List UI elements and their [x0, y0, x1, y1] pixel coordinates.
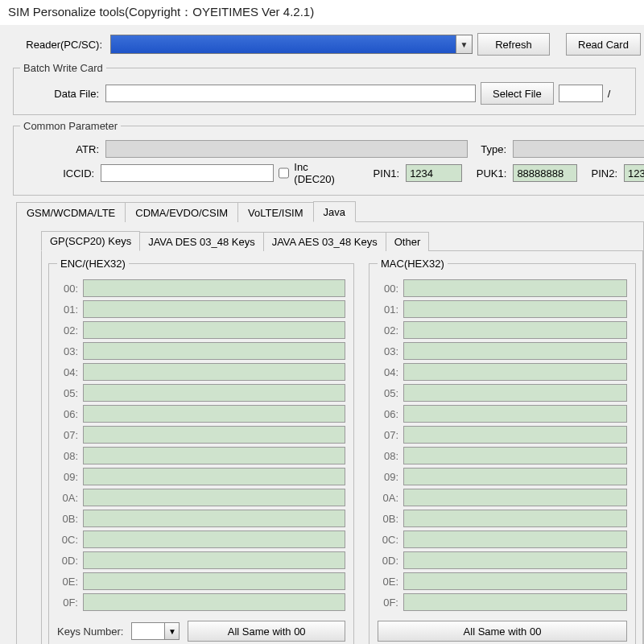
- inc-label: Inc (DEC20): [294, 161, 348, 185]
- sub-tab-java-aes-03-48-keys[interactable]: JAVA AES 03_48 Keys: [263, 232, 386, 251]
- enc-key-input-02[interactable]: [83, 321, 345, 339]
- mac-key-label: 0D:: [378, 555, 398, 567]
- keys-number-combo[interactable]: ▼: [131, 622, 180, 640]
- inc-checkbox[interactable]: [279, 167, 289, 179]
- enc-key-input-08[interactable]: [83, 447, 345, 464]
- enc-key-label: 00:: [57, 283, 78, 295]
- mac-key-input-0C[interactable]: [403, 530, 627, 548]
- enc-key-input-0A[interactable]: [83, 489, 345, 506]
- enc-key-input-03[interactable]: [83, 342, 345, 360]
- enc-key-label: 01:: [57, 303, 78, 316]
- keys-number-label: Keys Number:: [57, 625, 123, 638]
- enc-key-input-0D[interactable]: [83, 551, 345, 569]
- enc-key-row: 05:: [57, 384, 345, 402]
- enc-key-input-0B[interactable]: [83, 510, 345, 527]
- enc-group: ENC/(HEX32) 00:01:02:03:04:05:06:07:08:0…: [48, 258, 354, 644]
- read-card-button[interactable]: Read Card: [566, 33, 641, 56]
- main-tab-gsm-wcdma-lte[interactable]: GSM/WCDMA/LTE: [16, 202, 126, 222]
- mac-key-input-05[interactable]: [403, 384, 627, 402]
- enc-key-label: 0C:: [57, 534, 78, 546]
- mac-key-input-0F[interactable]: [403, 593, 627, 611]
- pin1-input[interactable]: [406, 164, 462, 182]
- enc-key-input-07[interactable]: [83, 426, 345, 444]
- mac-key-input-09[interactable]: [403, 468, 627, 485]
- mac-key-row: 01:: [378, 300, 627, 318]
- enc-footer: Keys Number: ▼ All Same with 00: [57, 621, 345, 642]
- main-tab-volte-isim[interactable]: VoLTE/ISIM: [237, 202, 313, 222]
- enc-key-row: 04:: [57, 363, 345, 381]
- enc-key-label: 04:: [57, 366, 78, 378]
- pin2-input[interactable]: [624, 164, 644, 182]
- enc-all-same-button[interactable]: All Same with 00: [188, 621, 345, 642]
- enc-key-input-09[interactable]: [83, 468, 345, 485]
- sub-tab-gp-scp20-keys[interactable]: GP(SCP20) Keys: [41, 231, 140, 251]
- sub-tab-java-des-03-48-keys[interactable]: JAVA DES 03_48 Keys: [139, 232, 263, 251]
- enc-key-row: 0C:: [57, 530, 345, 548]
- atr-label: ATR:: [20, 143, 101, 155]
- mac-key-input-0E[interactable]: [403, 572, 627, 590]
- enc-key-row: 08:: [57, 447, 345, 464]
- main-tab-java[interactable]: Java: [313, 201, 356, 222]
- mac-key-input-0A[interactable]: [403, 489, 627, 506]
- mac-key-label: 03:: [378, 345, 398, 357]
- mac-key-label: 07:: [378, 429, 398, 441]
- keys-number-input[interactable]: [132, 623, 164, 639]
- select-file-button[interactable]: Select File: [481, 82, 554, 105]
- main-tabstrip: GSM/WCDMA/LTECDMA/EVDO/CSIMVoLTE/ISIMJav…: [16, 200, 644, 222]
- datafile-input[interactable]: [105, 85, 476, 102]
- mac-key-label: 0C:: [378, 534, 398, 546]
- mac-key-input-07[interactable]: [403, 426, 627, 444]
- mac-key-row: 05:: [378, 384, 627, 402]
- enc-key-input-00[interactable]: [83, 279, 345, 297]
- mac-all-same-button[interactable]: All Same with 00: [378, 621, 627, 642]
- mac-key-input-00[interactable]: [403, 279, 627, 297]
- enc-key-input-06[interactable]: [83, 405, 345, 423]
- enc-key-row: 0B:: [57, 510, 345, 527]
- enc-key-input-05[interactable]: [83, 384, 345, 402]
- batch-extra-input[interactable]: [559, 85, 603, 102]
- enc-key-label: 07:: [57, 429, 78, 441]
- mac-key-input-0D[interactable]: [403, 551, 627, 569]
- mac-key-row: 03:: [378, 342, 627, 360]
- mac-key-input-04[interactable]: [403, 363, 627, 381]
- mac-key-input-03[interactable]: [403, 342, 627, 360]
- sub-tab-other[interactable]: Other: [386, 232, 430, 251]
- mac-key-input-0B[interactable]: [403, 510, 627, 527]
- reader-select[interactable]: ▼: [110, 35, 473, 54]
- enc-key-row: 0E:: [57, 572, 345, 590]
- mac-legend: MAC(HEX32): [378, 258, 448, 270]
- enc-key-input-04[interactable]: [83, 363, 345, 381]
- enc-key-row: 00:: [57, 279, 345, 297]
- enc-key-label: 05:: [57, 387, 78, 399]
- mac-key-input-06[interactable]: [403, 405, 627, 423]
- enc-legend: ENC/(HEX32): [57, 258, 129, 270]
- slash-label: /: [608, 88, 611, 100]
- mac-key-row: 0E:: [378, 572, 627, 590]
- chevron-down-icon[interactable]: ▼: [164, 623, 179, 639]
- mac-key-label: 02:: [378, 324, 398, 336]
- chevron-down-icon[interactable]: ▼: [456, 35, 472, 53]
- refresh-button[interactable]: Refresh: [477, 33, 550, 56]
- enc-key-label: 08:: [57, 450, 78, 462]
- mac-key-row: 0F:: [378, 593, 627, 611]
- enc-key-row: 03:: [57, 342, 345, 360]
- mac-key-input-01[interactable]: [403, 300, 627, 318]
- mac-key-row: 0A:: [378, 489, 627, 506]
- reader-row: Reader(PC/SC): ▼ Refresh Read Card: [5, 30, 644, 59]
- mac-key-label: 05:: [378, 387, 398, 399]
- mac-key-input-02[interactable]: [403, 321, 627, 339]
- main-tab-cdma-evdo-csim[interactable]: CDMA/EVDO/CSIM: [125, 202, 238, 222]
- enc-key-label: 02:: [57, 324, 78, 336]
- main-area: Reader(PC/SC): ▼ Refresh Read Card Batch…: [0, 25, 644, 644]
- mac-key-input-08[interactable]: [403, 447, 627, 464]
- enc-key-row: 09:: [57, 468, 345, 485]
- puk1-input[interactable]: [513, 164, 577, 182]
- enc-key-row: 0A:: [57, 489, 345, 506]
- enc-key-input-0E[interactable]: [83, 572, 345, 590]
- iccid-input[interactable]: [101, 164, 274, 182]
- common-parameter-group: Common Parameter ATR: Type: ICCID: Inc (…: [13, 120, 644, 196]
- enc-key-input-01[interactable]: [83, 300, 345, 318]
- enc-key-input-0F[interactable]: [83, 593, 345, 611]
- enc-key-input-0C[interactable]: [83, 530, 345, 548]
- window-title: SIM Personalize tools(Copyright：OYEITIME…: [0, 0, 644, 25]
